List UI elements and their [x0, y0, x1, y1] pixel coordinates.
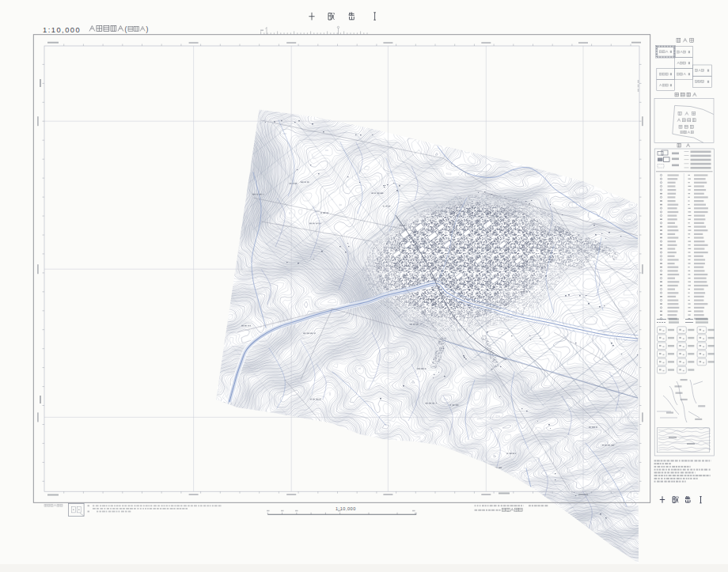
- svg-text:(: (: [125, 25, 127, 33]
- svg-text:1:10,000: 1:10,000: [336, 506, 356, 511]
- svg-text:1:10,000: 1:10,000: [43, 26, 81, 34]
- svg-text:): ): [146, 25, 149, 33]
